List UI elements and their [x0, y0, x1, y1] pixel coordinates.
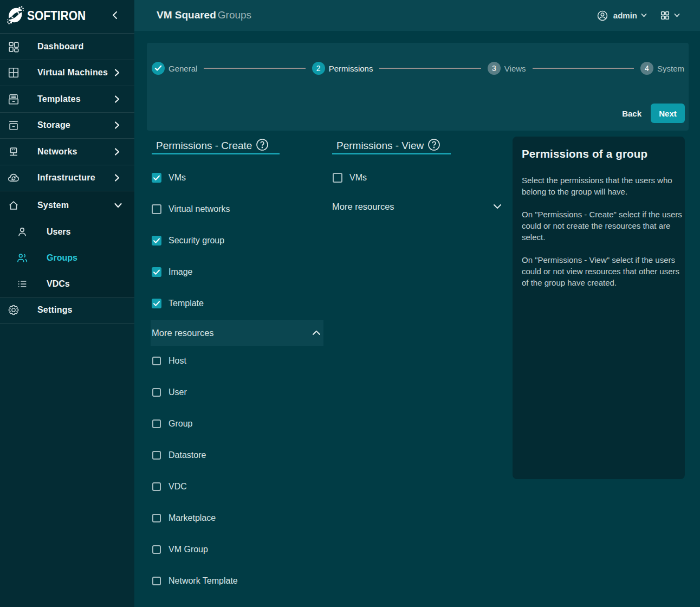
- svg-text:SOFTIRON: SOFTIRON: [27, 9, 86, 23]
